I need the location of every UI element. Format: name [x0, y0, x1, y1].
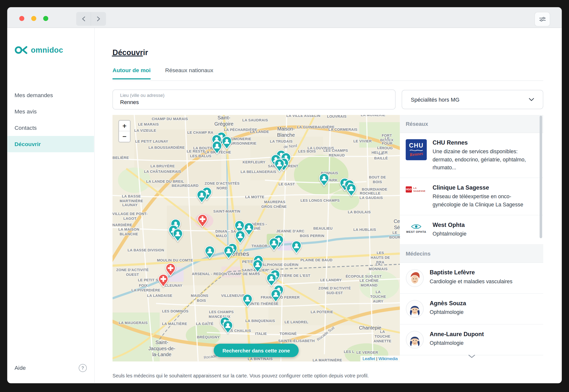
help-label: Aide	[15, 365, 26, 371]
networks-list: CHURennesCHU RennesUne dizaine de servic…	[400, 133, 543, 244]
minimize-button[interactable]	[31, 16, 36, 21]
doctor-map-pin[interactable]	[221, 136, 232, 150]
chevron-down-icon	[529, 98, 534, 101]
doctor-item[interactable]: Anne-Laure DupontOphtalmologie	[400, 324, 543, 355]
doctor-map-pin[interactable]	[222, 320, 233, 334]
sidebar-item-label: Mes demandes	[15, 92, 53, 98]
specialty-select-value: Spécialités hors MG	[411, 96, 529, 103]
doctor-map-pin[interactable]	[268, 238, 279, 251]
doctor-map-pin[interactable]	[274, 158, 285, 172]
network-name: West Ophta	[432, 222, 537, 228]
map-attribution: Leaflet | Wikimedia	[360, 356, 400, 361]
nav-buttons	[76, 12, 106, 26]
location-field[interactable]: Lieu (ville ou adresse)	[113, 89, 396, 109]
doctors-section-header: Médecins	[400, 244, 543, 262]
network-name: CHU Rennes	[432, 140, 537, 146]
doctor-map-pin[interactable]	[235, 230, 246, 244]
close-button[interactable]	[19, 16, 24, 21]
doctor-name: Anne-Laure Dupont	[430, 331, 538, 337]
tabs-divider	[113, 81, 543, 81]
doctor-specialty: Cardiologie et maladies vasculaires	[430, 278, 531, 285]
network-item[interactable]: HGOLA SAGESSEClinique La SagesseRéseau d…	[400, 178, 543, 215]
expand-list-button[interactable]	[465, 353, 478, 360]
doctor-item[interactable]: Baptiste LefèvreCardiologie et maladies …	[400, 263, 543, 294]
maximize-button[interactable]	[43, 16, 48, 21]
zoom-control: + −	[118, 120, 131, 143]
panel-scrollbar[interactable]	[540, 116, 542, 238]
doctor-map-pin[interactable]	[346, 183, 357, 197]
zoom-in-button[interactable]: +	[119, 121, 130, 131]
hospital-map-pin[interactable]	[197, 214, 208, 228]
doctor-map-pin[interactable]	[212, 141, 222, 154]
attribution-separator: |	[375, 356, 379, 361]
tab-label: Réseaux nationaux	[165, 67, 213, 73]
doctor-map-pin[interactable]	[172, 228, 183, 242]
network-description: Une dizaine de services disponibles: der…	[432, 148, 533, 172]
settings-button[interactable]	[535, 12, 550, 26]
tab-label: Autour de moi	[113, 67, 151, 73]
doctor-map-pin[interactable]	[204, 245, 215, 259]
map[interactable]: CHAMP DU MARAISSaint- GrégoireLA SAUDRAI…	[113, 115, 400, 361]
sidebar-item-3[interactable]: Découvrir	[7, 136, 94, 152]
networks-header-label: Réseaux	[406, 121, 428, 127]
sidebar: omnidoc Mes demandesMes avisContactsDéco…	[7, 27, 95, 383]
tab-0[interactable]: Autour de moi	[113, 67, 151, 79]
sidebar-item-label: Mes avis	[15, 108, 37, 115]
west-ophta-logo: WEST OPHTA	[406, 224, 426, 234]
network-description: Ophtalmologie	[432, 230, 533, 238]
sidebar-item-label: Contacts	[15, 125, 37, 131]
sidebar-item-label: Découvrir	[15, 141, 41, 147]
back-button[interactable]	[76, 12, 91, 26]
chevron-left-icon	[82, 16, 85, 22]
doctor-map-pin[interactable]	[291, 240, 302, 254]
leaflet-link[interactable]: Leaflet	[362, 356, 375, 361]
location-field-label: Lieu (ville ou adresse)	[120, 93, 388, 98]
doctor-specialty: Ophtalmologie	[430, 308, 531, 316]
page-title-underline	[112, 55, 143, 56]
main-content: Découvrir Autour de moiRéseaux nationaux…	[94, 27, 562, 383]
location-input[interactable]	[120, 99, 388, 105]
help-button[interactable]: Aide ?	[7, 362, 94, 374]
chu-rennes-logo: CHURennes	[406, 139, 427, 160]
network-name: Clinique La Sagesse	[432, 185, 537, 191]
doctor-map-pin[interactable]	[223, 245, 234, 259]
networks-section-header: Réseaux	[400, 115, 543, 133]
zoom-out-button[interactable]: −	[119, 131, 130, 142]
sidebar-item-1[interactable]: Mes avis	[7, 103, 94, 120]
sliders-icon	[539, 17, 545, 22]
tab-1[interactable]: Réseaux nationaux	[165, 67, 213, 79]
eye-icon	[411, 224, 422, 229]
map-tiles	[113, 115, 400, 361]
sidebar-nav: Mes demandesMes avisContactsDécouvrir	[7, 87, 94, 152]
doctor-name: Baptiste Lefèvre	[430, 269, 538, 276]
app-window: omnidoc Mes demandesMes avisContactsDéco…	[7, 7, 562, 383]
network-description: Réseau de téléexpertise en onco-gynécolo…	[432, 193, 533, 209]
la-sagesse-logo: HGOLA SAGESSE	[406, 186, 427, 193]
sidebar-item-0[interactable]: Mes demandes	[7, 87, 94, 103]
search-this-zone-button[interactable]: Rechercher dans cette zone	[214, 344, 299, 357]
doctor-item[interactable]: Agnès SouzaOphtalmologie	[400, 293, 543, 324]
omnidoc-logo-icon	[15, 45, 28, 55]
sidebar-item-2[interactable]: Contacts	[7, 120, 94, 136]
specialty-select[interactable]: Spécialités hors MG	[402, 90, 543, 109]
hospital-map-pin[interactable]	[158, 274, 169, 287]
doctor-map-pin[interactable]	[270, 289, 281, 303]
doctor-map-pin[interactable]	[252, 259, 263, 273]
doctor-avatar	[406, 269, 424, 287]
doctor-avatar	[406, 300, 424, 318]
chevron-down-icon	[468, 355, 475, 358]
omnidoc-logo-text: omnidoc	[31, 46, 63, 54]
results-panel: Réseaux CHURennesCHU RennesUne dizaine d…	[400, 115, 543, 361]
help-icon[interactable]: ?	[79, 364, 87, 372]
network-item[interactable]: WEST OPHTAWest OphtaOphtalmologie	[400, 215, 543, 244]
tabs: Autour de moiRéseaux nationaux	[113, 67, 213, 79]
titlebar	[7, 7, 562, 28]
wikimedia-link[interactable]: Wikimedia	[379, 356, 398, 361]
doctor-map-pin[interactable]	[242, 294, 253, 307]
omnidoc-logo[interactable]: omnidoc	[15, 45, 63, 55]
doctor-map-pin[interactable]	[319, 173, 330, 187]
doctors-list: Baptiste LefèvreCardiologie et maladies …	[400, 263, 543, 355]
doctor-map-pin[interactable]	[196, 190, 207, 203]
network-item[interactable]: CHURennesCHU RennesUne dizaine de servic…	[400, 133, 543, 178]
forward-button[interactable]	[91, 12, 106, 26]
